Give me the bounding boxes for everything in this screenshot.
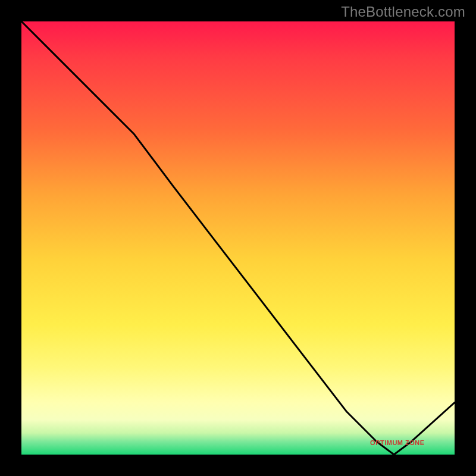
- chart-container: TheBottleneck.com OPTIMUM ZONE: [0, 0, 476, 476]
- optimal-zone-label: OPTIMUM ZONE: [370, 439, 425, 446]
- plot-gradient-background: [21, 21, 455, 455]
- plot-frame: OPTIMUM ZONE: [21, 21, 455, 455]
- watermark-text: TheBottleneck.com: [341, 4, 465, 20]
